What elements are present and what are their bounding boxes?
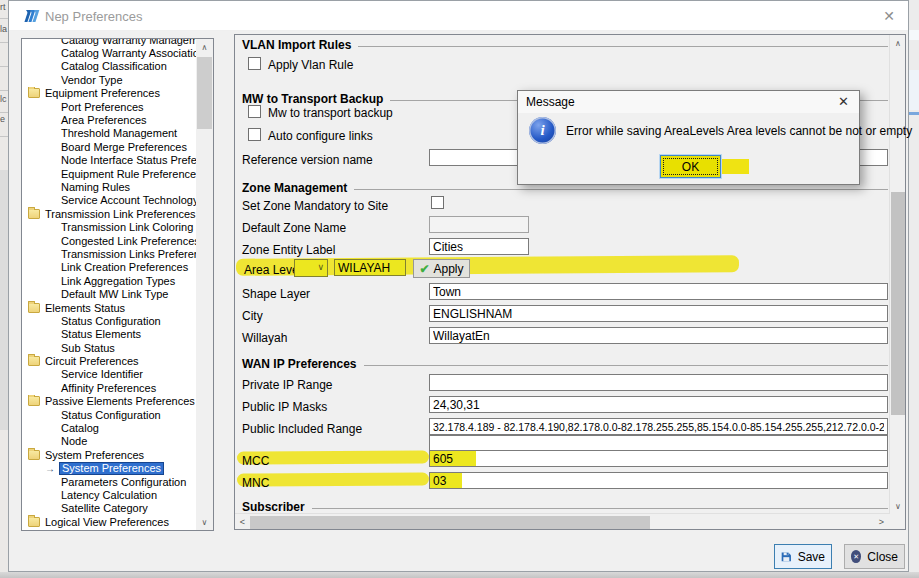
nep-preferences-window: Nep Preferences ✕ Catalog Warranty Manag… [8, 0, 909, 572]
tree-item-link-aggregation-types[interactable]: Link Aggregation Types [23, 274, 196, 287]
tree-item-naming-rules[interactable]: Naming Rules [23, 180, 196, 193]
window-close-button[interactable]: ✕ [883, 8, 895, 24]
tree-scroll-down-icon[interactable]: ∨ [196, 514, 213, 530]
city-label: City [242, 309, 263, 323]
tree-item-label: Catalog Classification [61, 60, 167, 72]
tree-scroll-up-icon[interactable]: ∧ [196, 39, 213, 55]
form-hscroll-thumb[interactable] [250, 516, 650, 529]
tree-item-status-configuration[interactable]: Status Configuration [23, 314, 196, 327]
form-vscroll-thumb[interactable] [891, 192, 905, 415]
private-ip-range-input[interactable] [429, 374, 888, 391]
titlebar: Nep Preferences ✕ [9, 1, 908, 31]
apply-button-label: Apply [434, 262, 464, 276]
tree-item-elements-status[interactable]: Elements Status [23, 301, 196, 314]
form-horizontal-scrollbar[interactable]: < > [235, 513, 889, 529]
tree-item-transmission-links-preferences[interactable]: Transmission Links Preferences [23, 247, 196, 260]
auto-configure-links-checkbox[interactable] [248, 128, 261, 141]
tree-item-board-merge-preferences[interactable]: Board Merge Preferences [23, 140, 196, 153]
tree-item-label: Elements Status [45, 302, 125, 314]
willayah-input[interactable] [429, 327, 888, 344]
tree-item-label: Transmission Link Preferences [45, 208, 196, 220]
tree-item-congested-link-preferences[interactable]: Congested Link Preferences [23, 234, 196, 247]
tree-item-service-identifier[interactable]: Service Identifier [23, 368, 196, 381]
tree-item-system-preferences[interactable]: System Preferences [23, 448, 196, 461]
ok-button[interactable]: OK [660, 155, 721, 178]
tree-item-equipment-rule-preferences[interactable]: Equipment Rule Preferences [23, 167, 196, 180]
area-level-combobox[interactable]: ∨ [294, 259, 328, 277]
tree-item-label: Equipment Rule Preferences [61, 168, 196, 180]
tree-item-affinity-preferences[interactable]: Affinity Preferences [23, 381, 196, 394]
city-input[interactable] [429, 305, 888, 322]
section-vlan-import-rules: VLAN Import Rules [242, 38, 888, 52]
area-level-input[interactable] [334, 259, 406, 276]
form-scroll-down-icon[interactable]: ∨ [890, 498, 906, 514]
tree-item-vendor-type[interactable]: Vendor Type [23, 73, 196, 86]
tree-item-catalog-warranty-association[interactable]: Catalog Warranty Association [23, 46, 196, 59]
tree-item-parameters-configuration[interactable]: Parameters Configuration [23, 475, 196, 488]
set-zone-mandatory-checkbox[interactable] [431, 196, 444, 209]
mw-to-transport-backup-checkbox[interactable] [248, 105, 261, 118]
tree-item-port-preferences[interactable]: Port Preferences [23, 100, 196, 113]
background-window-bottom-fragment [0, 572, 919, 578]
tree-item-catalog-warranty-management[interactable]: Catalog Warranty Management [23, 38, 196, 46]
tree-item-equipment-preferences[interactable]: Equipment Preferences [23, 87, 196, 100]
preferences-tree: Catalog Warranty ManagementCatalog Warra… [21, 38, 214, 531]
tree-item-sub-status[interactable]: Sub Status [23, 341, 196, 354]
reference-version-name-label: Reference version name [242, 153, 373, 167]
tree-item-circuit-preferences[interactable]: Circuit Preferences [23, 354, 196, 367]
tree-item-node-interface-status-preferences[interactable]: Node Interface Status Preferences [23, 154, 196, 167]
tree-item-label: Node [61, 435, 87, 447]
tree-item-transmission-link-preferences[interactable]: Transmission Link Preferences [23, 207, 196, 220]
save-button[interactable]: Save [774, 544, 832, 569]
message-dialog-titlebar: Message ✕ [518, 91, 859, 113]
section-title: Zone Management [242, 181, 347, 195]
public-ip-masks-label: Public IP Masks [242, 400, 327, 414]
tree-item-transmission-link-coloring[interactable]: Transmission Link Coloring [23, 220, 196, 233]
tree-scroll-thumb[interactable] [197, 57, 212, 129]
form-scroll-right-icon[interactable]: > [874, 514, 889, 530]
tree-item-latency-calculation[interactable]: Latency Calculation [23, 488, 196, 501]
tree-item-default-mw-link-type[interactable]: Default MW Link Type [23, 287, 196, 300]
shape-layer-input[interactable] [429, 283, 888, 300]
tree-item-link-creation-preferences[interactable]: Link Creation Preferences [23, 261, 196, 274]
tree-item-status-configuration[interactable]: Status Configuration [23, 408, 196, 421]
tree-items: Catalog Warranty ManagementCatalog Warra… [23, 38, 196, 528]
tree-item-node[interactable]: Node [23, 435, 196, 448]
public-ip-masks-input[interactable] [429, 396, 888, 413]
close-button[interactable]: ✕ Close [844, 544, 905, 569]
message-dialog-title: Message [526, 95, 575, 109]
tree-item-catalog-classification[interactable]: Catalog Classification [23, 60, 196, 73]
tree-item-label: Default MW Link Type [61, 288, 168, 300]
tree-item-threshold-management[interactable]: Threshold Management [23, 127, 196, 140]
public-included-range-input[interactable] [429, 418, 888, 435]
tree-item-area-preferences[interactable]: Area Preferences [23, 113, 196, 126]
form-scroll-up-icon[interactable]: ∧ [890, 35, 906, 51]
mcc-input[interactable] [429, 450, 888, 467]
tree-item-label: Status Configuration [61, 409, 161, 421]
tree-item-satellite-category[interactable]: Satellite Category [23, 502, 196, 515]
apply-vlan-rule-checkbox[interactable] [248, 57, 261, 70]
message-close-button[interactable]: ✕ [838, 94, 849, 109]
default-zone-name-input[interactable] [429, 216, 529, 233]
zone-entity-input[interactable] [429, 238, 529, 255]
tree-item-service-account-technology[interactable]: Service Account Technology [23, 194, 196, 207]
tree-item-label: Latency Calculation [61, 489, 157, 501]
save-button-label: Save [798, 550, 825, 564]
tree-scrollbar[interactable]: ∧ ∨ [196, 39, 213, 530]
tree-item-catalog[interactable]: Catalog [23, 421, 196, 434]
form-vertical-scrollbar[interactable]: ∧ ∨ [889, 35, 905, 514]
tree-item-logical-view-preferences[interactable]: Logical View Preferences [23, 515, 196, 528]
section-title: VLAN Import Rules [242, 38, 351, 52]
info-glyph: i [540, 122, 544, 139]
mnc-input[interactable] [429, 472, 888, 489]
tree-item-system-preferences[interactable]: →System Preferences [23, 462, 196, 475]
private-ip-range-label: Private IP Range [242, 378, 333, 392]
tree-item-label: Board Merge Preferences [61, 141, 187, 153]
set-zone-mandatory-label: Set Zone Mandatory to Site [242, 199, 388, 213]
tree-item-passive-elements-preferences[interactable]: Passive Elements Preferences [23, 395, 196, 408]
apply-button[interactable]: ✔ Apply [413, 259, 470, 278]
close-circle-icon: ✕ [851, 550, 861, 563]
tree-item-status-elements[interactable]: Status Elements [23, 328, 196, 341]
save-floppy-icon [781, 550, 792, 563]
form-scroll-left-icon[interactable]: < [235, 514, 250, 530]
